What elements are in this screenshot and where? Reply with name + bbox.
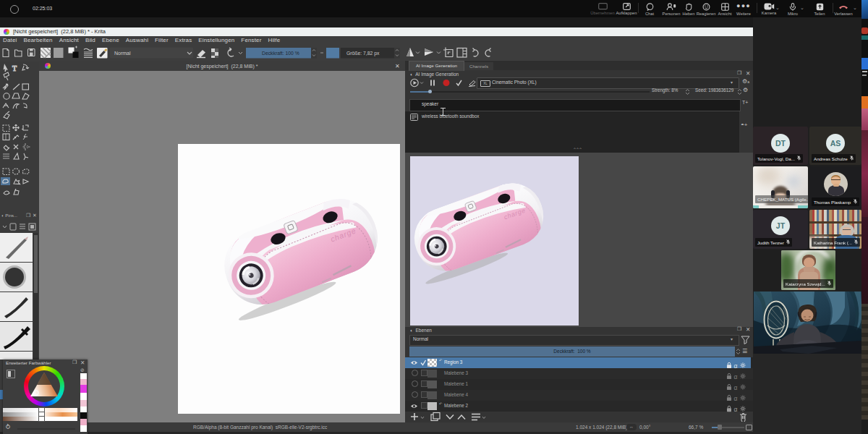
svg-text:Deckkraft: 100 %: Deckkraft: 100 %	[262, 51, 299, 56]
svg-text:Normal: Normal	[114, 51, 131, 56]
svg-text:T: T	[12, 64, 17, 72]
svg-text:Größe: 7,82 px: Größe: 7,82 px	[346, 51, 380, 56]
svg-text:α: α	[734, 406, 738, 413]
